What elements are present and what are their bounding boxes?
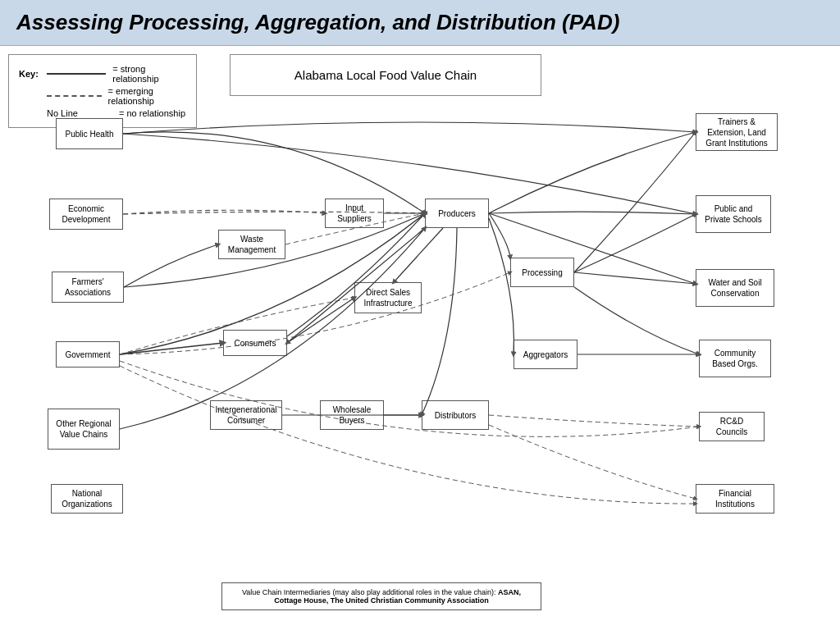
no-line-description: = no relationship xyxy=(119,108,185,118)
node-aggregators: Aggregators xyxy=(514,340,578,369)
key-label: Key: xyxy=(19,69,42,79)
node-farmers-associations: Farmers' Associations xyxy=(52,272,124,303)
page-header: Assessing Processing, Aggregation, and D… xyxy=(0,0,840,46)
diagram-title-box: Alabama Local Food Value Chain xyxy=(230,54,541,96)
node-public-health: Public Health xyxy=(56,118,123,149)
node-public-private-schools: Public and Private Schools xyxy=(696,195,771,233)
node-waste-management: Waste Management xyxy=(218,230,285,259)
node-financial-institutions: Financial Institutions xyxy=(696,484,774,514)
node-rcd-councils: RC&D Councils xyxy=(699,412,765,441)
node-economic-development: Economic Development xyxy=(49,199,123,230)
legend-box: Key: = strong relationship = emerging re… xyxy=(8,54,197,128)
dashed-line-icon xyxy=(47,95,102,97)
main-content: Key: = strong relationship = emerging re… xyxy=(0,46,840,620)
node-trainers: Trainers & Extension, Land Grant Institu… xyxy=(696,113,778,151)
bottom-note-box: Value Chain Intermediaries (may also pla… xyxy=(221,582,541,610)
dashed-line-description: = emerging relationship xyxy=(108,86,186,106)
node-input-suppliers: Input Suppliers xyxy=(325,199,384,228)
node-direct-sales: Direct Sales Infrastructure xyxy=(354,282,422,313)
node-producers: Producers xyxy=(425,199,489,228)
node-government: Government xyxy=(56,341,120,368)
node-water-soil: Water and Soil Conservation xyxy=(696,269,774,307)
node-community-based: Community Based Orgs. xyxy=(699,340,771,377)
node-wholesale-buyers: Wholesale Buyers xyxy=(320,400,384,430)
node-distributors: Distributors xyxy=(422,400,489,430)
node-other-regional: Other Regional Value Chains xyxy=(48,409,120,450)
no-line-text: No Line xyxy=(47,108,112,118)
node-national-organizations: National Organizations xyxy=(51,484,123,514)
node-intergenerational-consumer: Intergenerational Consumer xyxy=(210,400,282,430)
header-title: Assessing Processing, Aggregation, and D… xyxy=(16,10,619,34)
node-processing: Processing xyxy=(510,258,574,287)
node-consumers: Consumers xyxy=(223,330,287,356)
diagram-title: Alabama Local Food Value Chain xyxy=(294,68,477,82)
solid-line-description: = strong relationship xyxy=(112,64,186,84)
bottom-note-prefix: Value Chain Intermediaries (may also pla… xyxy=(242,588,496,596)
solid-line-icon xyxy=(47,73,106,75)
